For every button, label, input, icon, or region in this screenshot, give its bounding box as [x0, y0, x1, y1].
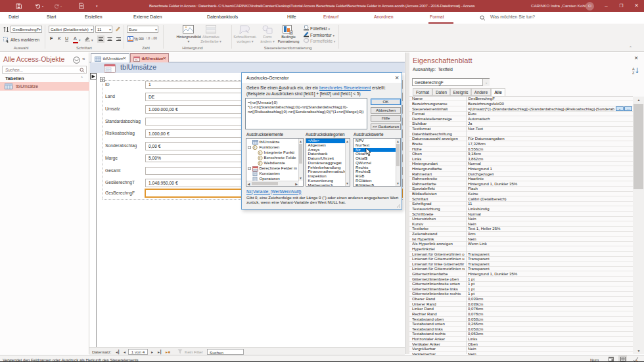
svg-text:$: $: [129, 36, 131, 40]
svg-text:Z: Z: [632, 71, 635, 75]
